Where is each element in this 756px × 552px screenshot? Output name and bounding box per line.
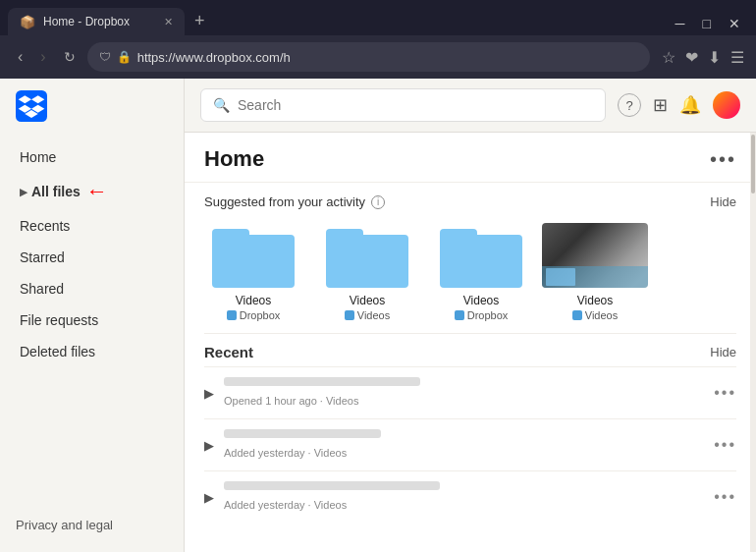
active-tab[interactable]: 📦 Home - Dropbox ✕ (8, 8, 185, 35)
sidebar-item-deleted-files[interactable]: Deleted files (4, 337, 180, 366)
bookmark-icon[interactable]: ☆ (662, 48, 675, 67)
tab-close-icon[interactable]: ✕ (164, 16, 173, 28)
sidebar-item-file-requests[interactable]: File requests (4, 305, 180, 335)
file-name-2: Videos (350, 294, 385, 307)
search-icon: 🔍 (213, 97, 230, 113)
sidebar-item-home[interactable]: Home (4, 142, 180, 172)
recent-item-1[interactable]: ▶ Opened 1 hour ago · Videos ••• (204, 366, 736, 418)
recent-item-3-more-button[interactable]: ••• (714, 488, 736, 506)
file-card-1[interactable]: Videos Dropbox (204, 223, 302, 321)
back-button[interactable]: ‹ (12, 44, 28, 70)
tab-title: Home - Dropbox (43, 15, 156, 28)
sidebar-item-all-files-label: All files (31, 184, 81, 199)
file-path-3: Dropbox (455, 309, 509, 321)
recent-hide-button[interactable]: Hide (710, 345, 736, 359)
sidebar-item-recents-label: Recents (20, 218, 70, 234)
recent-item-2[interactable]: ▶ Added yesterday · Videos ••• (204, 418, 736, 470)
file-card-2[interactable]: Videos Videos (318, 223, 416, 321)
pocket-icon[interactable]: ❤ (685, 48, 698, 67)
recent-item-1-name-bar (224, 377, 420, 386)
file-name-1: Videos (236, 294, 271, 307)
recent-item-1-more-button[interactable]: ••• (714, 384, 736, 402)
lock-icon: 🔒 (117, 50, 132, 64)
sidebar-item-shared[interactable]: Shared (4, 274, 180, 304)
scrollbar-track (750, 133, 756, 552)
tab-bar: 📦 Home - Dropbox ✕ + ─ □ ✕ (0, 0, 756, 35)
recent-item-2-meta: Added yesterday · Videos (224, 447, 347, 459)
content-area: Home ••• Suggested from your activity i … (185, 133, 756, 552)
sidebar-item-all-files[interactable]: ▶ All files ← (4, 174, 180, 209)
dropbox-logo-icon (16, 90, 47, 122)
privacy-legal-link[interactable]: Privacy and legal (0, 510, 184, 540)
close-button[interactable]: ✕ (721, 16, 748, 31)
file-path-1: Dropbox (227, 309, 281, 321)
sidebar: Home ▶ All files ← Recents Starred Share… (0, 79, 185, 552)
more-options-button[interactable]: ••• (710, 148, 736, 171)
toolbar-icons-group: ? ⊞ 🔔 (618, 91, 740, 119)
app-container: Home ▶ All files ← Recents Starred Share… (0, 79, 756, 552)
recent-item-1-info: Opened 1 hour ago · Videos (224, 377, 704, 409)
recent-item-3-info: Added yesterday · Videos (224, 481, 704, 513)
video-thumb (542, 223, 648, 288)
menu-icon[interactable]: ☰ (730, 48, 744, 67)
address-text: https://www.dropbox.com/h (137, 50, 291, 65)
folder-thumb-2 (326, 223, 408, 288)
play-icon-3: ▶ (204, 490, 214, 505)
files-grid: Videos Dropbox Videos (204, 223, 736, 321)
recent-item-2-name-bar (224, 429, 381, 438)
file-card-3[interactable]: Videos Dropbox (432, 223, 530, 321)
recent-list: ▶ Opened 1 hour ago · Videos ••• ▶ Added… (204, 366, 736, 523)
sidebar-logo (0, 90, 184, 141)
folder-thumb-3 (440, 223, 522, 288)
play-icon-1: ▶ (204, 386, 214, 401)
sidebar-item-shared-label: Shared (20, 281, 64, 297)
suggested-title-group: Suggested from your activity i (204, 194, 385, 209)
sidebar-item-starred[interactable]: Starred (4, 243, 180, 272)
main-toolbar: 🔍 ? ⊞ 🔔 (185, 79, 756, 133)
window-controls: ─ □ ✕ (668, 16, 748, 35)
file-card-4[interactable]: Videos Videos (546, 223, 644, 321)
recent-header: Recent Hide (204, 333, 736, 366)
nav-icons-group: ☆ ❤ ⬇ ☰ (662, 48, 744, 67)
forward-button[interactable]: › (34, 44, 51, 70)
tab-favicon: 📦 (20, 15, 35, 29)
sidebar-item-file-requests-label: File requests (20, 312, 98, 328)
scrollbar-thumb[interactable] (751, 135, 755, 193)
suggested-header: Suggested from your activity i Hide (204, 194, 736, 209)
minimize-button[interactable]: ─ (668, 16, 693, 31)
sidebar-item-deleted-files-label: Deleted files (20, 344, 95, 359)
new-tab-button[interactable]: + (189, 11, 211, 31)
notifications-icon[interactable]: 🔔 (679, 94, 701, 116)
suggested-title: Suggested from your activity (204, 194, 365, 209)
recent-item-2-more-button[interactable]: ••• (714, 436, 736, 454)
maximize-button[interactable]: □ (695, 16, 719, 31)
address-bar[interactable]: 🛡 🔒 https://www.dropbox.com/h (87, 42, 650, 72)
download-icon[interactable]: ⬇ (708, 48, 721, 67)
privacy-legal-label: Privacy and legal (16, 518, 113, 532)
recent-title: Recent (204, 344, 253, 360)
sidebar-item-starred-label: Starred (20, 249, 65, 265)
file-path-4: Videos (572, 309, 618, 321)
avatar[interactable] (713, 91, 740, 119)
apps-icon[interactable]: ⊞ (653, 94, 668, 116)
page-title: Home (204, 146, 264, 172)
reload-button[interactable]: ↻ (58, 45, 81, 69)
folder-thumb-1 (212, 223, 295, 288)
suggested-hide-button[interactable]: Hide (710, 194, 736, 209)
recent-item-3-name-bar (224, 481, 440, 490)
browser-chrome: 📦 Home - Dropbox ✕ + ─ □ ✕ ‹ › ↻ 🛡 🔒 htt… (0, 0, 756, 79)
suggested-section: Suggested from your activity i Hide Vide… (185, 183, 756, 333)
help-icon[interactable]: ? (618, 93, 641, 117)
search-input[interactable] (238, 97, 593, 113)
recent-item-1-meta: Opened 1 hour ago · Videos (224, 395, 358, 407)
file-name-4: Videos (577, 294, 613, 307)
file-name-3: Videos (463, 294, 499, 307)
recent-item-3[interactable]: ▶ Added yesterday · Videos ••• (204, 470, 736, 523)
sidebar-item-recents[interactable]: Recents (4, 211, 180, 241)
file-path-2: Videos (345, 309, 390, 321)
search-box[interactable]: 🔍 (200, 88, 606, 122)
nav-bar: ‹ › ↻ 🛡 🔒 https://www.dropbox.com/h ☆ ❤ … (0, 35, 756, 79)
play-icon-2: ▶ (204, 438, 214, 453)
content-header: Home ••• (185, 133, 756, 183)
main-content: 🔍 ? ⊞ 🔔 Home ••• Suggested from yo (185, 79, 756, 552)
